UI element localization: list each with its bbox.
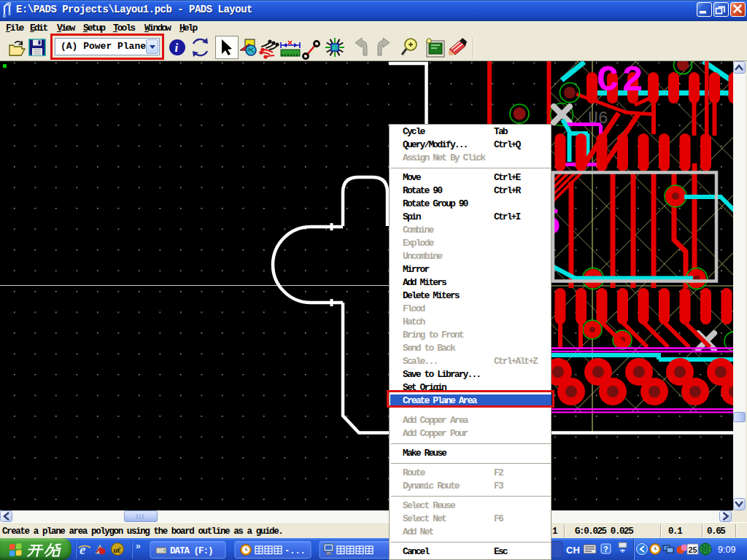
svg-text:?: ? [603, 545, 608, 553]
svg-text:CH: CH [566, 545, 580, 556]
svg-text:-...: -... [285, 546, 306, 556]
svg-text:u€: u€ [114, 546, 123, 554]
svg-text:25: 25 [689, 545, 697, 554]
svg-text:DATA (F:): DATA (F:) [170, 546, 213, 556]
svg-text:e: e [80, 542, 86, 557]
svg-text:»: » [136, 541, 141, 551]
svg-text:9:09: 9:09 [718, 545, 735, 555]
